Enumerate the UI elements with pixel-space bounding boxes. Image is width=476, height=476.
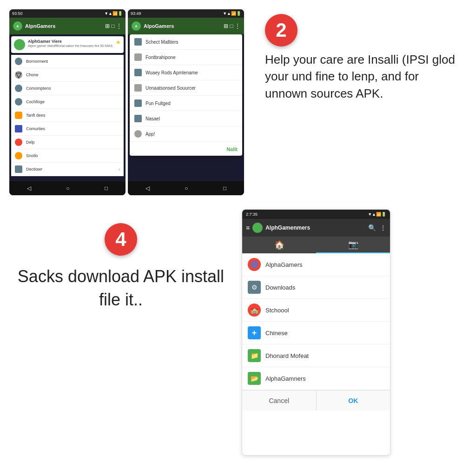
list-item: Comomptens: [11, 82, 124, 95]
phone2-appicon: A: [132, 21, 141, 31]
back-icon[interactable]: ◁: [27, 185, 31, 192]
dropdown-item: Wuaey Rods Apmlename: [130, 65, 242, 80]
file-icon: +: [248, 326, 261, 339]
phone1-card-title: AlphGamer Viere: [28, 39, 112, 44]
home-icon[interactable]: ○: [66, 185, 69, 192]
fp-statusbar: 2:7:35 ▼▲📶🔋: [242, 210, 390, 219]
list-item[interactable]: 📁 Dhonard Mofeat: [242, 344, 390, 367]
step2-area: 2 Help your care are Insalli (IPSI glod …: [256, 9, 467, 195]
dropdown-item-label: App!: [145, 132, 155, 137]
list-item[interactable]: 🏫 Stchoool: [242, 299, 390, 322]
phone1-bottombar: ◁ ○ □: [9, 181, 126, 195]
dropdown-item-label: Pun Fultged: [145, 101, 171, 106]
search-icon[interactable]: 🔍: [368, 224, 376, 231]
phones-container: 93:50 ▼▲📶🔋 A AlpnGamers ⊞ □ ⋮ AlphGamer …: [9, 9, 251, 195]
item-label: Cochlloge: [26, 99, 120, 104]
item-label: Delp: [26, 140, 120, 145]
item-label: Comomptens: [26, 86, 120, 91]
dropdown-menu: Schect Malltiers Fontbrahipone Wuaey Rod…: [130, 34, 242, 156]
file-label: Dhonard Mofeat: [265, 352, 309, 359]
phone1-star-icon: ★: [116, 39, 121, 46]
dropdown-item: Pun Fultged: [130, 96, 242, 111]
step4-description: Sacks download APK install file it..: [9, 265, 232, 312]
list-item[interactable]: + Chinese: [242, 322, 390, 344]
phone2-signal: ▼▲📶🔋: [223, 11, 241, 16]
phone1-toolbar: A AlpnGamers ⊞ □ ⋮: [9, 18, 126, 34]
item-icon: [15, 152, 22, 159]
phone2: 93:49 ▼▲📶🔋 A AlpoGamers ⊞ □ ⋮ AlpnGamer …: [128, 9, 244, 195]
phone1-toolbar-icons: ⊞ □ ⋮: [105, 23, 122, 29]
step4-badge: 4: [105, 223, 137, 256]
step2-description: Help your care are Insalli (IPSI glod yo…: [265, 51, 457, 102]
item-icon: [15, 112, 22, 119]
phone1-statusbar: 93:50 ▼▲📶🔋: [9, 9, 126, 18]
fp-list: 🌀 AlphaGamers ⚙ Downloads 🏫 Stchoool + C…: [242, 253, 390, 390]
phone1-appicon: A: [13, 21, 22, 31]
back-icon[interactable]: ◁: [145, 185, 150, 192]
dropdown-item-label: Schect Malltiers: [145, 40, 178, 45]
item-icon: ▽: [15, 71, 22, 79]
item-label: Snotlo: [26, 153, 120, 158]
phone1: 93:50 ▼▲📶🔋 A AlpnGamers ⊞ □ ⋮ AlphGamer …: [9, 9, 126, 195]
list-item: Cochlloge: [11, 95, 124, 109]
dropdown-item-label: Nasael: [145, 116, 160, 121]
camera-tab-icon: 📷: [348, 239, 358, 250]
fp-footer: Cancel OK: [242, 390, 390, 410]
dropdown-item-label: Fontbrahipone: [145, 55, 176, 60]
dropdown-item-label: Unnaatsonsed Souurcer: [145, 86, 196, 91]
file-icon: 📂: [248, 372, 261, 385]
dropdown-item: Nasael: [130, 111, 242, 126]
phone1-appname: AlpnGamers: [25, 23, 105, 29]
item-icon: [15, 85, 22, 92]
cancel-button[interactable]: Cancel: [242, 390, 317, 410]
dropdown-footer: Nalit: [130, 142, 242, 156]
fp-appname: AlphGamenmers: [265, 225, 368, 231]
step4-area: 4 Sacks download APK install file it..: [9, 209, 232, 456]
hamburger-icon[interactable]: ≡: [246, 224, 250, 231]
phone1-signal: ▼▲📶🔋: [104, 11, 123, 16]
top-section: 93:50 ▼▲📶🔋 A AlpnGamers ⊞ □ ⋮ AlphGamer …: [0, 0, 476, 205]
more-icon[interactable]: ⋮: [380, 224, 386, 231]
phone1-list: Bornorment ▽ Chone Comomptens Cochlloge …: [11, 55, 124, 176]
next-button[interactable]: Nalit: [226, 146, 238, 152]
list-item: Snotlo: [11, 149, 124, 163]
tab-home[interactable]: 🏠: [242, 237, 316, 253]
home-icon[interactable]: ○: [185, 185, 188, 192]
file-label: Stchoool: [265, 307, 289, 314]
item-label: Dectiowr: [26, 167, 115, 172]
phone2-bottombar: ◁ ○ □: [128, 181, 244, 195]
fp-time: 2:7:35: [246, 212, 258, 217]
recents-icon[interactable]: □: [223, 185, 226, 192]
phone1-card: AlphGamer Viere Alpon gamer elatoffffion…: [11, 36, 124, 53]
filemanager-phone: 2:7:35 ▼▲📶🔋 ≡ AlphGamenmers 🔍 ⋮ 🏠 📷 🌀 Al…: [242, 209, 390, 456]
home-tab-icon: 🏠: [274, 240, 284, 250]
fp-signal-icons: ▼▲📶🔋: [368, 212, 386, 217]
file-icon: 📁: [248, 349, 261, 362]
phone1-card-subtitle: Alpon gamer elatoffffional salion the fn…: [28, 44, 112, 48]
item-icon: [15, 58, 22, 65]
fp-app-icon: [252, 223, 263, 233]
phone1-card-icon: [14, 39, 25, 50]
tab-camera[interactable]: 📷: [316, 237, 390, 253]
file-icon: 🌀: [248, 258, 261, 271]
list-item[interactable]: ⚙ Downloads: [242, 276, 390, 299]
phone2-appname: AlpoGamers: [144, 23, 224, 29]
dropdown-item: Fontbrahipone: [130, 50, 242, 65]
item-label: Comurties: [26, 126, 120, 131]
recents-icon[interactable]: □: [105, 185, 108, 192]
dropdown-item: Unnaatsonsed Souurcer: [130, 80, 242, 96]
file-label: AlphaGamers: [265, 261, 302, 268]
list-item: Dectiowr ›: [11, 163, 124, 176]
list-item[interactable]: 🌀 AlphaGamers: [242, 253, 390, 276]
dropdown-item-icon: [134, 130, 142, 138]
arrow-icon: ›: [119, 167, 120, 172]
file-label: AlphaGamners: [265, 375, 306, 382]
list-item: ▽ Chone: [11, 68, 124, 82]
item-icon: [15, 98, 22, 106]
phone1-card-text: AlphGamer Viere Alpon gamer elatoffffion…: [28, 39, 112, 48]
list-item[interactable]: 📂 AlphaGamners: [242, 367, 390, 390]
fp-tabs: 🏠 📷: [242, 237, 390, 253]
dropdown-item-icon: [134, 53, 142, 61]
dropdown-item: Schect Malltiers: [130, 34, 242, 50]
ok-button[interactable]: OK: [317, 390, 390, 410]
